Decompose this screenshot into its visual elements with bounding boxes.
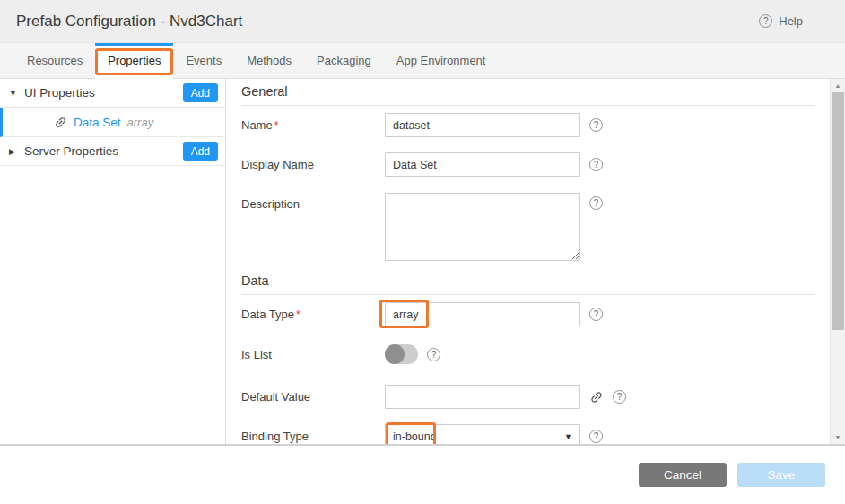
is-list-toggle[interactable] bbox=[385, 344, 418, 364]
display-name-label: Display Name bbox=[241, 158, 385, 171]
tab-properties[interactable]: Properties bbox=[95, 43, 173, 79]
binding-type-selected-value: in-bound bbox=[393, 430, 564, 443]
binding-type-select[interactable]: in-bound ▼ bbox=[385, 424, 580, 444]
is-list-help-icon[interactable]: ? bbox=[427, 348, 440, 361]
name-field[interactable] bbox=[385, 113, 580, 137]
description-field[interactable] bbox=[385, 193, 580, 261]
property-item-name: Data Set bbox=[74, 116, 121, 129]
required-asterisk: * bbox=[274, 119, 279, 132]
description-help-icon[interactable]: ? bbox=[589, 196, 603, 210]
data-type-field[interactable] bbox=[385, 302, 580, 326]
vertical-scrollbar[interactable]: ▲ ▼ bbox=[830, 79, 845, 444]
form-row-default-value: Default Value ? bbox=[241, 385, 815, 409]
tab-methods[interactable]: Methods bbox=[234, 43, 304, 78]
default-value-field[interactable] bbox=[385, 385, 580, 409]
bind-property-link-icon[interactable] bbox=[587, 387, 607, 407]
properties-sidebar: ▼ UI Properties Add Data Set array ▶ Ser… bbox=[0, 79, 226, 444]
form-row-name: Name* ? bbox=[241, 113, 815, 137]
display-name-help-icon[interactable]: ? bbox=[589, 158, 603, 171]
dropdown-caret-icon: ▼ bbox=[564, 432, 572, 441]
tab-bar: Resources Properties Events Methods Pack… bbox=[0, 43, 845, 79]
data-type-help-icon[interactable]: ? bbox=[589, 308, 603, 321]
sidebar-item-data-set[interactable]: Data Set array bbox=[0, 108, 225, 137]
help-button[interactable]: ? Help bbox=[759, 14, 803, 28]
name-label: Name* bbox=[241, 118, 385, 132]
tab-packaging[interactable]: Packaging bbox=[304, 43, 384, 78]
section-title-general: General bbox=[241, 84, 815, 106]
sidebar-group-ui-properties[interactable]: ▼ UI Properties Add bbox=[0, 79, 225, 108]
help-label: Help bbox=[779, 14, 803, 28]
link-icon bbox=[51, 112, 70, 131]
form-row-display-name: Display Name ? bbox=[241, 152, 815, 177]
content-area: ▼ UI Properties Add Data Set array ▶ Ser… bbox=[0, 79, 845, 446]
group-label: Server Properties bbox=[24, 144, 183, 158]
save-button[interactable]: Save bbox=[737, 463, 825, 487]
add-server-property-button[interactable]: Add bbox=[183, 142, 218, 161]
name-help-icon[interactable]: ? bbox=[589, 118, 603, 132]
footer-bar: Cancel Save bbox=[0, 446, 845, 504]
scroll-down-icon[interactable]: ▼ bbox=[831, 434, 845, 440]
tab-events[interactable]: Events bbox=[173, 43, 234, 78]
header-bar: Prefab Configuration - Nvd3Chart ? Help bbox=[0, 0, 845, 43]
property-form: General Name* ? Display Name ? Descripti bbox=[226, 79, 830, 444]
binding-type-help-icon[interactable]: ? bbox=[589, 430, 603, 443]
scrollbar-thumb[interactable] bbox=[832, 92, 844, 330]
form-row-description: Description ? bbox=[241, 193, 815, 261]
binding-type-label: Binding Type bbox=[241, 430, 385, 443]
required-asterisk: * bbox=[296, 308, 301, 321]
tab-resources[interactable]: Resources bbox=[14, 43, 95, 78]
cancel-button[interactable]: Cancel bbox=[639, 463, 727, 487]
data-type-label: Data Type* bbox=[241, 308, 385, 321]
form-row-binding-type: Binding Type in-bound ▼ ? bbox=[241, 424, 815, 444]
caret-down-icon[interactable]: ▼ bbox=[9, 89, 24, 98]
tab-app-environment[interactable]: App Environment bbox=[384, 43, 499, 78]
form-row-is-list: Is List ? bbox=[241, 344, 815, 364]
sidebar-group-server-properties[interactable]: ▶ Server Properties Add bbox=[0, 137, 225, 166]
default-value-label: Default Value bbox=[241, 390, 385, 404]
prefab-configuration-dialog: Prefab Configuration - Nvd3Chart ? Help … bbox=[0, 0, 845, 504]
toggle-knob bbox=[385, 344, 405, 364]
group-label: UI Properties bbox=[24, 86, 183, 100]
form-row-data-type: Data Type* ? bbox=[241, 302, 815, 326]
is-list-label: Is List bbox=[241, 348, 385, 361]
scroll-up-icon[interactable]: ▲ bbox=[831, 83, 845, 89]
help-question-icon: ? bbox=[759, 14, 772, 28]
section-title-data: Data bbox=[241, 274, 815, 295]
property-item-type: array bbox=[127, 116, 154, 129]
default-value-help-icon[interactable]: ? bbox=[613, 390, 626, 404]
add-ui-property-button[interactable]: Add bbox=[183, 83, 218, 102]
display-name-field[interactable] bbox=[385, 152, 580, 177]
page-title: Prefab Configuration - Nvd3Chart bbox=[16, 13, 759, 30]
caret-right-icon[interactable]: ▶ bbox=[9, 147, 24, 156]
description-label: Description bbox=[241, 193, 385, 211]
